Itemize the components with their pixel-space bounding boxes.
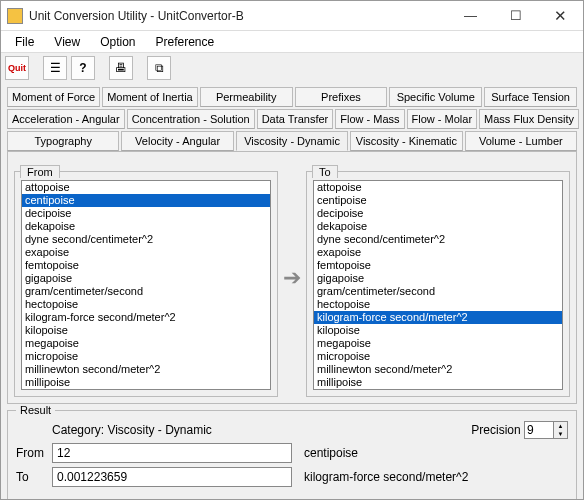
list-item[interactable]: nanopoise: [22, 389, 270, 390]
maximize-button[interactable]: ☐: [493, 2, 538, 30]
list-item[interactable]: exapoise: [22, 246, 270, 259]
list-item[interactable]: dyne second/centimeter^2: [314, 233, 562, 246]
precision-input[interactable]: [524, 421, 554, 439]
quit-button[interactable]: Quit: [5, 56, 29, 80]
list-item[interactable]: attopoise: [22, 181, 270, 194]
list-item[interactable]: millinewton second/meter^2: [22, 363, 270, 376]
to-listbox[interactable]: attopoisecentipoisedecipoisedekapoisedyn…: [313, 180, 563, 390]
list-item[interactable]: megapoise: [22, 337, 270, 350]
list-item[interactable]: femtopoise: [22, 259, 270, 272]
tab[interactable]: Flow - Molar: [407, 109, 478, 129]
list-item[interactable]: hectopoise: [314, 298, 562, 311]
list-item[interactable]: gigapoise: [314, 272, 562, 285]
close-button[interactable]: ✕: [538, 2, 583, 30]
options-icon[interactable]: ☰: [43, 56, 67, 80]
list-item[interactable]: femtopoise: [314, 259, 562, 272]
list-item[interactable]: kilopoise: [314, 324, 562, 337]
result-from-label: From: [16, 446, 46, 460]
list-item[interactable]: dyne second/centimeter^2: [22, 233, 270, 246]
tab[interactable]: Prefixes: [295, 87, 388, 107]
list-item[interactable]: decipoise: [314, 207, 562, 220]
from-group-label: From: [20, 165, 60, 178]
list-item[interactable]: attopoise: [314, 181, 562, 194]
list-item[interactable]: exapoise: [314, 246, 562, 259]
result-to-input[interactable]: [52, 467, 292, 487]
copy-icon[interactable]: ⧉: [147, 56, 171, 80]
category-label: Category:: [52, 423, 104, 437]
list-item[interactable]: millipoise: [22, 376, 270, 389]
help-icon[interactable]: ?: [71, 56, 95, 80]
tab[interactable]: Surface Tension: [484, 87, 577, 107]
list-item[interactable]: hectopoise: [22, 298, 270, 311]
titlebar: Unit Conversion Utility - UnitConvertor-…: [1, 1, 583, 31]
tab-rows: Moment of ForceMoment of InertiaPermeabi…: [1, 83, 583, 151]
category-value: Viscosity - Dynamic: [107, 423, 211, 437]
list-item[interactable]: kilogram-force second/meter^2: [22, 311, 270, 324]
tab[interactable]: Velocity - Angular: [121, 131, 233, 151]
list-item[interactable]: gram/centimeter/second: [314, 285, 562, 298]
print-icon[interactable]: 🖶: [109, 56, 133, 80]
result-legend: Result: [16, 404, 55, 416]
menu-preference[interactable]: Preference: [146, 33, 225, 51]
to-group-label: To: [312, 165, 338, 178]
list-item[interactable]: millipoise: [314, 376, 562, 389]
tab[interactable]: Acceleration - Angular: [7, 109, 125, 129]
menu-file[interactable]: File: [5, 33, 44, 51]
toolbar: Quit ☰ ? 🖶 ⧉: [1, 53, 583, 83]
list-item[interactable]: gigapoise: [22, 272, 270, 285]
tab[interactable]: Data Transfer: [257, 109, 334, 129]
list-item[interactable]: decipoise: [22, 207, 270, 220]
app-icon: [7, 8, 23, 24]
from-listbox[interactable]: attopoisecentipoisedecipoisedekapoisedyn…: [21, 180, 271, 390]
list-item[interactable]: kilogram-force second/meter^2: [314, 311, 562, 324]
list-item[interactable]: centipoise: [22, 194, 270, 207]
list-item[interactable]: dekapoise: [22, 220, 270, 233]
list-item[interactable]: millinewton second/meter^2: [314, 363, 562, 376]
list-item[interactable]: centipoise: [314, 194, 562, 207]
tab[interactable]: Concentration - Solution: [127, 109, 255, 129]
tab[interactable]: Volume - Lumber: [465, 131, 577, 151]
result-to-unit: kilogram-force second/meter^2: [304, 470, 468, 484]
list-item[interactable]: kilopoise: [22, 324, 270, 337]
result-frame: Result Category: Viscosity - Dynamic Pre…: [7, 410, 577, 500]
tab[interactable]: Permeability: [200, 87, 293, 107]
menubar: File View Option Preference: [1, 31, 583, 53]
precision-label: Precision: [471, 423, 520, 437]
tab[interactable]: Viscosity - Dynamic: [236, 131, 348, 151]
list-item[interactable]: nanopoise: [314, 389, 562, 390]
result-to-label: To: [16, 470, 46, 484]
list-item[interactable]: gram/centimeter/second: [22, 285, 270, 298]
tab[interactable]: Typography: [7, 131, 119, 151]
menu-option[interactable]: Option: [90, 33, 145, 51]
tab[interactable]: Moment of Inertia: [102, 87, 198, 107]
tab-pane: From attopoisecentipoisedecipoisedekapoi…: [7, 151, 577, 404]
precision-spinner[interactable]: ▲▼: [554, 421, 568, 439]
arrow-right-icon: ➔: [283, 265, 301, 291]
tab[interactable]: Specific Volume: [389, 87, 482, 107]
list-item[interactable]: dekapoise: [314, 220, 562, 233]
result-from-unit: centipoise: [304, 446, 358, 460]
minimize-button[interactable]: —: [448, 2, 493, 30]
window-title: Unit Conversion Utility - UnitConvertor-…: [29, 9, 448, 23]
tab[interactable]: Flow - Mass: [335, 109, 404, 129]
menu-view[interactable]: View: [44, 33, 90, 51]
tab[interactable]: Moment of Force: [7, 87, 100, 107]
tab[interactable]: Mass Flux Density: [479, 109, 579, 129]
list-item[interactable]: megapoise: [314, 337, 562, 350]
tab[interactable]: Viscosity - Kinematic: [350, 131, 462, 151]
result-from-input[interactable]: [52, 443, 292, 463]
list-item[interactable]: micropoise: [314, 350, 562, 363]
list-item[interactable]: micropoise: [22, 350, 270, 363]
